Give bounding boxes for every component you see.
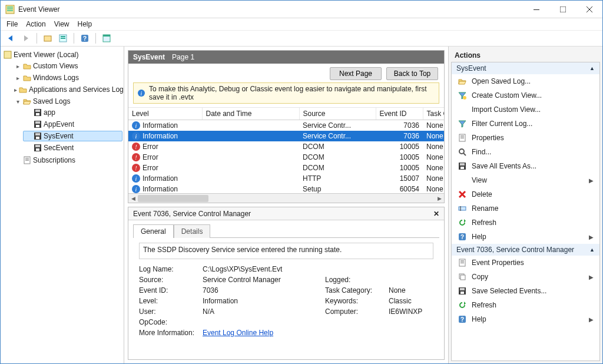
toolbar-help-icon[interactable]: ?	[78, 32, 91, 45]
chevron-right-icon: ▶	[589, 177, 594, 184]
action-item[interactable]: Save All Events As...	[452, 159, 599, 173]
action-item[interactable]: Filter Current Log...	[452, 117, 599, 131]
tree-item[interactable]: ▸Custom Views	[12, 61, 122, 71]
menu-bar: File Action View Help	[1, 18, 602, 30]
action-item[interactable]: Import Custom View...	[452, 102, 599, 117]
events-grid[interactable]: LevelDate and TimeSourceEvent IDTask Cat…	[128, 107, 444, 193]
expand-icon[interactable]: ▸	[14, 87, 17, 93]
funnel-icon	[458, 119, 467, 128]
scroll-right-button[interactable]: ▶	[435, 194, 444, 203]
action-item[interactable]: Save Selected Events...	[452, 284, 599, 298]
action-item[interactable]: Copy▶	[452, 270, 599, 284]
column-header[interactable]: Task Cate	[423, 108, 444, 120]
horizontal-scrollbar[interactable]: ◀ ▶	[128, 193, 444, 203]
svg-marker-51	[464, 219, 466, 223]
source-label: Source:	[139, 276, 198, 284]
tree-item[interactable]: ▾Saved Logs	[12, 96, 122, 107]
toolbar-properties-icon[interactable]	[57, 32, 69, 45]
table-row[interactable]: iInformationService Contr...7036None	[128, 120, 444, 131]
chevron-right-icon: ▶	[589, 316, 594, 323]
minimize-button[interactable]	[523, 1, 549, 18]
svg-rect-13	[61, 38, 65, 39]
expand-icon[interactable]: ▸	[14, 63, 21, 70]
rename-icon	[458, 204, 467, 213]
menu-help[interactable]: Help	[78, 20, 92, 28]
detail-body: The SSDP Discovery Service service enter…	[133, 237, 439, 355]
tree-item[interactable]: SysEvent	[23, 131, 122, 141]
forward-button[interactable]	[19, 32, 32, 45]
actions-group-sysevent-header[interactable]: SysEvent▲	[452, 62, 599, 74]
expand-icon[interactable]	[14, 157, 21, 164]
event-viewer-icon	[4, 51, 12, 59]
menu-action[interactable]: Action	[26, 20, 45, 28]
svg-marker-8	[8, 35, 12, 41]
toolbar-console-icon[interactable]	[41, 32, 54, 45]
scroll-thumb[interactable]	[138, 195, 208, 202]
action-item[interactable]: Event Properties	[452, 256, 599, 270]
disk-icon	[34, 108, 42, 117]
menu-view[interactable]: View	[54, 20, 69, 28]
tab-details[interactable]: Details	[174, 224, 211, 238]
scroll-left-button[interactable]: ◀	[128, 194, 138, 203]
maximize-button[interactable]	[549, 1, 576, 18]
title-bar: Event Viewer	[1, 1, 602, 18]
tree-item[interactable]: SecEvent	[23, 143, 122, 153]
svg-rect-24	[36, 125, 39, 127]
table-row[interactable]: !ErrorDCOM10005None	[128, 152, 444, 163]
info-bar-text: To make this Analytic, Debug or Classic …	[149, 85, 435, 101]
tree-root[interactable]: Event Viewer (Local)	[2, 49, 122, 60]
close-button[interactable]	[576, 1, 602, 18]
svg-rect-27	[36, 137, 39, 139]
tree-item[interactable]: AppEvent	[23, 119, 122, 130]
svg-marker-63	[464, 302, 466, 305]
action-item[interactable]: Delete	[452, 187, 599, 201]
back-button[interactable]	[4, 32, 17, 45]
action-item[interactable]: Properties	[452, 131, 599, 145]
tree-item[interactable]: ▸Applications and Services Logs	[12, 84, 122, 95]
column-header[interactable]: Date and Time	[202, 108, 299, 120]
info-icon: i	[132, 174, 140, 183]
actions-group-event-header[interactable]: Event 7036, Service Control Manager▲	[452, 244, 599, 256]
toolbar-preview-icon[interactable]	[100, 32, 113, 45]
tree-item-label: Saved Logs	[33, 97, 70, 105]
tab-general[interactable]: General	[133, 224, 174, 238]
action-item[interactable]: Find...	[452, 145, 599, 159]
svg-text:i: i	[141, 90, 143, 97]
action-item[interactable]: Create Custom View...	[452, 88, 599, 102]
close-detail-button[interactable]: ✕	[433, 210, 439, 218]
svg-rect-3	[7, 10, 13, 11]
disk-icon	[34, 132, 42, 140]
svg-rect-1	[7, 6, 13, 8]
table-row[interactable]: iInformationSetup60054None	[128, 184, 444, 193]
menu-file[interactable]: File	[6, 20, 18, 28]
tree-item[interactable]: Subscriptions	[12, 155, 122, 166]
table-row[interactable]: !ErrorDCOM10005None	[128, 163, 444, 173]
action-item[interactable]: Open Saved Log...	[452, 74, 599, 88]
action-item[interactable]: ?Help▶	[452, 312, 599, 326]
next-page-button[interactable]: Next Page	[330, 67, 382, 80]
svg-rect-39	[460, 135, 464, 136]
window-title: Event Viewer	[18, 5, 523, 14]
action-item[interactable]: Refresh	[452, 216, 599, 230]
tree-item[interactable]: app	[23, 107, 122, 118]
expand-icon[interactable]: ▸	[14, 75, 21, 81]
toolbar: ?	[1, 30, 602, 47]
action-item[interactable]: ?Help▶	[452, 230, 599, 244]
action-item[interactable]: Refresh	[452, 298, 599, 312]
column-header[interactable]: Level	[128, 108, 202, 120]
table-row[interactable]: iInformationHTTP15007None	[128, 173, 444, 184]
table-row[interactable]: !ErrorDCOM10005None	[128, 141, 444, 152]
action-item[interactable]: Rename	[452, 201, 599, 216]
action-label: Create Custom View...	[472, 91, 542, 100]
tree-root-label: Event Viewer (Local)	[14, 51, 79, 59]
table-row[interactable]: iInformationService Contr...7036None	[128, 131, 444, 141]
collapse-icon[interactable]: ▾	[14, 98, 21, 105]
column-header[interactable]: Source	[299, 108, 376, 120]
moreinfo-link[interactable]: Event Log Online Help	[203, 329, 273, 337]
action-item[interactable]: View▶	[452, 173, 599, 187]
disk-icon	[34, 144, 42, 152]
tree-item[interactable]: ▸Windows Logs	[12, 72, 122, 83]
level-text: Error	[143, 143, 158, 151]
column-header[interactable]: Event ID	[376, 108, 423, 120]
back-to-top-button[interactable]: Back to Top	[386, 67, 438, 80]
